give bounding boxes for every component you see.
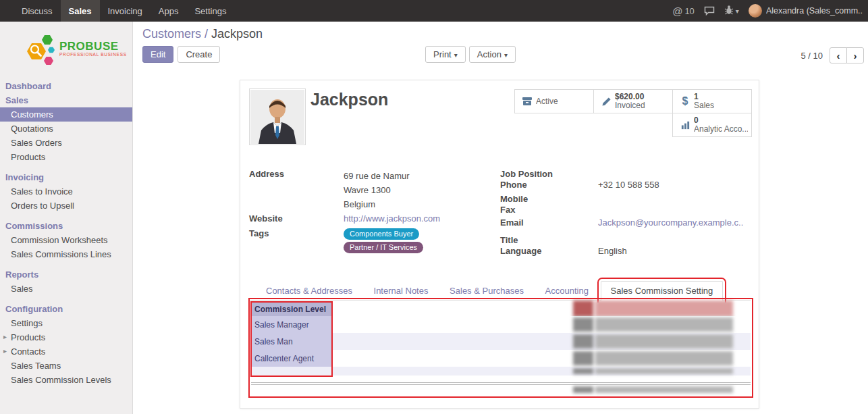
menu-apps[interactable]: Apps — [151, 0, 187, 22]
table-row[interactable]: Sales Man — [251, 333, 751, 350]
user-menu[interactable]: Alexandra (Sales_comm.. — [749, 4, 863, 18]
stat-buttons: Active $620.00 Invoiced $ 1 — [512, 89, 752, 136]
logo-wordmark: PROBUSE — [59, 41, 127, 52]
sidebar-heading-commissions[interactable]: Commissions — [0, 219, 132, 233]
user-name: Alexandra (Sales_comm.. — [766, 6, 863, 16]
pager: 5 / 10 ‹ › — [801, 47, 864, 63]
phone-value[interactable]: +32 10 588 558 — [598, 180, 659, 190]
sidebar-item-sales-commissions-lines[interactable]: Sales Commissions Lines — [0, 247, 132, 261]
tag-partner-it-services[interactable]: Partner / IT Services — [344, 242, 423, 253]
chevron-down-icon: ▾ — [504, 51, 508, 59]
messages-icon[interactable] — [704, 6, 715, 16]
right-field-group: Job Position Phone +32 10 588 558 Mobile… — [500, 169, 751, 257]
record-actions: Edit Create — [142, 46, 220, 63]
sidebar-section-dashboard: Dashboard — [0, 79, 132, 93]
action-dropdown[interactable]: Action▾ — [469, 46, 516, 63]
mentions-counter[interactable]: @ 10 — [672, 5, 695, 17]
sidebar-section-configuration: Configuration Settings ▸Products ▸Contac… — [0, 302, 132, 387]
tags-label: Tags — [249, 228, 344, 255]
sidebar-item-config-contacts[interactable]: ▸Contacts — [0, 344, 132, 359]
menu-settings[interactable]: Settings — [186, 0, 234, 22]
menu-discuss[interactable]: Discuss — [13, 0, 61, 22]
address-value[interactable]: 69 rue de Namur Wavre 1300 Belgium — [344, 169, 410, 211]
email-link[interactable]: Jackpson@yourcompany.example.c.. — [598, 217, 743, 228]
sidebar-item-sales-teams[interactable]: Sales Teams — [0, 359, 132, 373]
sidebar-item-sales-commission-levels[interactable]: Sales Commission Levels — [0, 373, 132, 387]
edit-button[interactable]: Edit — [142, 46, 173, 63]
create-button[interactable]: Create — [178, 46, 220, 63]
empty-cell — [251, 367, 332, 376]
more-actions: Print▾ Action▾ — [425, 46, 516, 63]
record-title: Jackpson — [310, 90, 388, 109]
tab-accounting[interactable]: Accounting — [536, 282, 598, 301]
sidebar-item-products[interactable]: Products — [0, 150, 132, 164]
pager-previous-button[interactable]: ‹ — [830, 47, 847, 63]
sidebar-item-label: Contacts — [11, 346, 45, 357]
pager-next-button[interactable]: › — [846, 47, 864, 63]
tag-components-buyer[interactable]: Components Buyer — [344, 228, 419, 240]
pencil-icon — [597, 97, 615, 107]
tab-contacts-addresses[interactable]: Contacts & Addresses — [256, 282, 362, 301]
menu-sales[interactable]: Sales — [61, 0, 100, 22]
sidebar-heading-dashboard[interactable]: Dashboard — [0, 79, 132, 93]
sidebar: PROBUSE PROFESSIONAL BUSINESS Dashboard … — [0, 22, 133, 414]
chevron-down-icon: ▾ — [736, 7, 739, 15]
breadcrumb-customers[interactable]: Customers — [142, 27, 201, 41]
customer-photo[interactable] — [249, 88, 306, 145]
commission-level-cell[interactable]: Sales Man — [251, 333, 332, 350]
fax-label: Fax — [500, 205, 598, 215]
breadcrumb-separator: / — [205, 27, 208, 41]
sidebar-item-sales-orders[interactable]: Sales Orders — [0, 136, 132, 150]
sidebar-item-orders-to-upsell[interactable]: Orders to Upsell — [0, 199, 132, 213]
tab-internal-notes[interactable]: Internal Notes — [364, 282, 438, 301]
commission-level-header[interactable]: Commission Level — [251, 303, 332, 316]
sidebar-section-reports: Reports Sales — [0, 267, 132, 296]
print-dropdown[interactable]: Print▾ — [425, 46, 466, 63]
table-row[interactable]: Callcenter Agent — [251, 350, 751, 367]
table-gap — [251, 376, 751, 382]
sidebar-heading-sales[interactable]: Sales — [0, 93, 132, 107]
user-avatar — [749, 4, 762, 18]
sidebar-item-config-products[interactable]: ▸Products — [0, 330, 132, 344]
notebook-tabs: Contacts & Addresses Internal Notes Sale… — [248, 280, 751, 301]
logo-tagline: PROFESSIONAL BUSINESS — [59, 52, 127, 57]
tab-sales-purchases[interactable]: Sales & Purchases — [440, 282, 533, 301]
website-link[interactable]: http://www.jackpson.com — [344, 213, 440, 224]
language-value[interactable]: English — [598, 246, 627, 257]
commission-level-cell[interactable]: Callcenter Agent — [251, 350, 332, 367]
sidebar-heading-invoicing[interactable]: Invoicing — [0, 170, 132, 184]
sales-stat-button[interactable]: $ 1 Sales — [672, 89, 752, 113]
form-sheet: Jackpson Active $620.00 — [240, 80, 759, 409]
sidebar-item-customers[interactable]: Customers — [0, 107, 132, 122]
redacted-header-block — [573, 301, 733, 317]
sidebar-section-invoicing: Invoicing Sales to Invoice Orders to Ups… — [0, 170, 132, 213]
menu-invoicing[interactable]: Invoicing — [100, 0, 151, 22]
sidebar-item-reports-sales[interactable]: Sales — [0, 282, 132, 296]
stat-label: Sales — [694, 101, 714, 110]
sidebar-item-sales-to-invoice[interactable]: Sales to Invoice — [0, 184, 132, 199]
sidebar-section-commissions: Commissions Commission Worksheets Sales … — [0, 219, 132, 261]
tab-sales-commission-setting[interactable]: Sales Commission Setting — [601, 281, 724, 301]
logo-hexagons — [23, 31, 55, 66]
analytic-accounts-stat-button[interactable]: 0 Analytic Acco... — [672, 113, 752, 137]
invoiced-stat-button[interactable]: $620.00 Invoiced — [593, 89, 673, 113]
table-footer-row — [251, 385, 751, 394]
sidebar-item-quotations[interactable]: Quotations — [0, 122, 132, 136]
sidebar-heading-configuration[interactable]: Configuration — [0, 302, 132, 316]
sidebar-item-settings[interactable]: Settings — [0, 316, 132, 330]
app-window: Discuss Sales Invoicing Apps Settings @ … — [0, 0, 868, 414]
chevron-down-icon: ▾ — [454, 51, 458, 59]
redacted-block — [573, 368, 733, 374]
pager-count: 5 / 10 — [801, 51, 823, 61]
expand-arrow-icon: ▸ — [3, 333, 7, 340]
email-label: Email — [500, 217, 598, 228]
table-row[interactable]: Sales Manager — [251, 316, 751, 333]
at-icon: @ — [672, 5, 682, 17]
tags-value: Components Buyer Partner / IT Services — [344, 228, 423, 255]
active-stat-button[interactable]: Active — [514, 89, 594, 113]
website-label: Website — [249, 213, 344, 224]
commission-level-cell[interactable]: Sales Manager — [251, 316, 332, 333]
sidebar-heading-reports[interactable]: Reports — [0, 267, 132, 282]
debug-menu[interactable]: ▾ — [724, 5, 739, 17]
sidebar-item-commission-worksheets[interactable]: Commission Worksheets — [0, 233, 132, 247]
